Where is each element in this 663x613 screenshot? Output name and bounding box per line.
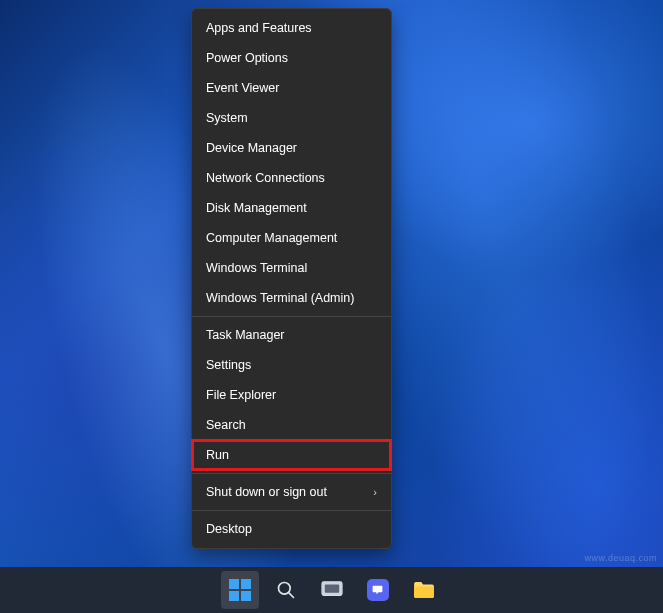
chat-button[interactable] [359,571,397,609]
menu-label: Power Options [206,51,288,65]
menu-item-disk-management[interactable]: Disk Management [192,193,391,223]
menu-item-shutdown[interactable]: Shut down or sign out › [192,477,391,507]
watermark: www.deuaq.com [584,553,657,563]
menu-label: Windows Terminal (Admin) [206,291,354,305]
chat-icon [367,579,389,601]
folder-icon [413,581,435,599]
menu-item-event-viewer[interactable]: Event Viewer [192,73,391,103]
menu-divider [192,316,391,317]
menu-item-apps-features[interactable]: Apps and Features [192,13,391,43]
task-view-icon [321,581,343,599]
menu-label: Windows Terminal [206,261,307,275]
menu-label: Event Viewer [206,81,279,95]
winx-context-menu: Apps and Features Power Options Event Vi… [191,8,392,549]
menu-item-windows-terminal-admin[interactable]: Windows Terminal (Admin) [192,283,391,313]
menu-label: Run [206,448,229,462]
search-button[interactable] [267,571,305,609]
menu-item-system[interactable]: System [192,103,391,133]
menu-divider [192,510,391,511]
menu-item-desktop[interactable]: Desktop [192,514,391,544]
menu-divider [192,473,391,474]
menu-label: Computer Management [206,231,337,245]
menu-label: Shut down or sign out [206,485,327,499]
search-icon [276,580,296,600]
menu-label: File Explorer [206,388,276,402]
svg-rect-4 [324,585,338,593]
taskbar [0,567,663,613]
svg-line-1 [288,593,293,598]
menu-label: Device Manager [206,141,297,155]
menu-label: Network Connections [206,171,325,185]
menu-label: Disk Management [206,201,307,215]
menu-label: Task Manager [206,328,285,342]
menu-label: Search [206,418,246,432]
menu-item-windows-terminal[interactable]: Windows Terminal [192,253,391,283]
menu-item-network-connections[interactable]: Network Connections [192,163,391,193]
menu-item-device-manager[interactable]: Device Manager [192,133,391,163]
menu-label: Desktop [206,522,252,536]
menu-item-computer-management[interactable]: Computer Management [192,223,391,253]
menu-label: System [206,111,248,125]
menu-label: Apps and Features [206,21,312,35]
file-explorer-button[interactable] [405,571,443,609]
menu-item-task-manager[interactable]: Task Manager [192,320,391,350]
menu-item-run[interactable]: Run [192,440,391,470]
menu-label: Settings [206,358,251,372]
windows-logo-icon [229,579,251,601]
menu-item-power-options[interactable]: Power Options [192,43,391,73]
chevron-right-icon: › [373,486,377,498]
menu-item-search[interactable]: Search [192,410,391,440]
task-view-button[interactable] [313,571,351,609]
menu-item-file-explorer[interactable]: File Explorer [192,380,391,410]
start-button[interactable] [221,571,259,609]
menu-item-settings[interactable]: Settings [192,350,391,380]
